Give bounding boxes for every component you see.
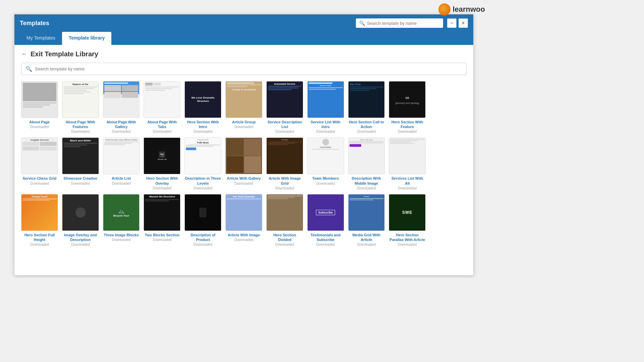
template-name-article-image: Article With Image [225,233,262,237]
template-name-article-list: Article List [103,176,140,181]
template-grid-row1: About Page Downloaded Nature of De About… [21,81,467,133]
template-card-service-list[interactable]: Service Spec Service List With Intro Dow… [307,81,344,133]
template-thumb-article-image: Sea Yacht Overview [225,194,262,231]
tab-my-templates[interactable]: My Templates [20,32,62,45]
template-card-image-overlay[interactable]: Image Overlay and Description Downloaded [62,194,99,246]
template-thumb-media-grid: Power [348,194,385,231]
template-card-desc-three[interactable]: Newsworthin Folk News Description in Thr… [184,137,221,190]
template-name-article-gallery: Article With Gallery [225,176,262,181]
exit-header: ← Exit Template Library [21,50,467,58]
tab-template-library[interactable]: Template library [62,32,111,45]
template-name-hero-feature: Hero Section With Feature [389,120,426,129]
template-thumb-three-image: 🚲 Bicycle Tour [103,194,140,231]
header-right: 🔍 − × [356,18,468,28]
template-thumb-hero-intro: We Love Dramatic Structure [184,81,221,118]
template-card-article-image-grid[interactable]: Art Mus Article With Image Grid Download… [266,137,303,190]
template-thumb-orange: Orange Count [21,194,58,231]
template-name-desc-three: Description in Three Levels [184,176,221,186]
brand-logo [438,3,450,15]
template-status-team: Downloaded [307,182,344,185]
template-card-three-image[interactable]: 🚲 Bicycle Tour Three Image Blocks Downlo… [103,194,140,246]
template-name-showcase: Showcase Creative [62,176,99,181]
template-card-about-tabs[interactable]: Overvie About Page With Tabs Downloaded [144,81,180,133]
template-card-hero-overlay[interactable]: 📷 Visual Lan Hero Section With Overlay D… [144,137,180,190]
template-thumb-team: Linda Mullen [307,137,344,174]
template-status-media-grid: Downloaded [348,243,385,246]
template-card-article-gallery[interactable]: Article With Gallery Downloaded [225,137,262,190]
template-card-article-group[interactable]: A Guide To Introduction Article Group Do… [225,81,262,133]
template-thumb-hero-feature: ∞ geometry and topology [389,81,426,118]
template-card-desc-product[interactable]: Description of Product Downloaded [184,194,221,246]
template-card-service-chess[interactable]: Imagible Services Service Chess Grid Dow… [21,137,58,190]
template-card-testimonials[interactable]: Subscribe Testimonials and Subscribe Dow… [307,194,344,246]
brand-area: learnwoo [438,3,485,15]
template-card-service-desc[interactable]: Automated Service Service Description Li… [266,81,303,133]
template-card-article-image[interactable]: Sea Yacht Overview Article With Image Do… [225,194,262,246]
template-card-hero-divided[interactable]: Hero Section Divided Downloaded [266,194,303,246]
template-thumb-about-tabs: Overvie [144,81,180,118]
template-status-testimonials: Downloaded [307,243,344,246]
exit-back-arrow[interactable]: ← [21,51,27,58]
template-card-media-grid[interactable]: Power Media Grid With Article Downloaded [348,194,385,246]
template-status-hero-overlay: Downloaded [144,186,180,190]
template-status-article-image: Downloaded [225,238,262,242]
template-card-two-blocks[interactable]: Massive Wo Structures Two Blocks Section… [144,194,180,246]
template-card-hero-parallax[interactable]: SWE Hero Section Parallax With Article D… [389,194,426,246]
template-card-team[interactable]: Linda Mullen Team Members Downloaded [307,137,344,190]
template-status-orange: Downloaded [21,243,58,246]
template-status-article-list: Downloaded [103,182,140,185]
template-card-hero-feature[interactable]: ∞ geometry and topology Hero Section Wit… [389,81,426,133]
template-name-image-overlay: Image Overlay and Description [62,233,99,242]
template-thumb-hero-overlay: 📷 Visual Lan [144,137,180,174]
template-thumb-article-list: News through many different media [103,137,140,174]
template-name-hero-intro: Hero Section With Intro [184,120,221,129]
template-thumb-about-features: Nature of De [62,81,99,118]
template-name-about-features: About Page With Features [62,120,99,129]
template-card-orange[interactable]: Orange Count Hero Section Full Height Do… [21,194,58,246]
close-button[interactable]: × [459,18,468,28]
content-search-box[interactable]: 🔍 [21,63,467,75]
template-name-three-image: Three Image Blocks [103,233,140,237]
template-thumb-service-chess: Imagible Services [21,137,58,174]
template-thumb-article-image-grid: Art Mus [266,137,303,174]
templates-window: Templates 🔍 − × My Templates Template li… [14,14,474,276]
header-search-input[interactable] [367,21,440,26]
tab-bar: My Templates Template library [14,32,473,45]
content-search-icon: 🔍 [25,66,32,72]
template-name-media-grid: Media Grid With Article [348,233,385,242]
window-controls: − × [447,18,468,28]
template-thumb-service-desc: Automated Service [266,81,303,118]
header-search-box[interactable]: 🔍 [356,18,443,28]
template-name-about-gallery: About Page With Gallery [103,120,140,129]
template-status-service-desc: Downloaded [266,130,303,133]
template-status-about-tabs: Downloaded [144,130,180,133]
template-status-showcase: Downloaded [62,182,99,185]
template-name-service-desc: Service Description List [266,120,303,129]
template-card-showcase[interactable]: Black and White Showcase Creative Downlo… [62,137,99,190]
template-card-about-page[interactable]: About Page Downloaded [21,81,58,133]
template-status-about-page: Downloaded [21,125,58,129]
template-status-article-group: Downloaded [225,125,262,129]
content-search-input[interactable] [35,66,462,71]
template-status-about-features: Downloaded [62,130,99,133]
template-thumb-showcase: Black and White [62,137,99,174]
template-thumb-article-gallery [225,137,262,174]
template-card-hero-cta[interactable]: The Pow Hero Section Call to Action Down… [348,81,385,133]
minimize-button[interactable]: − [447,18,457,28]
template-thumb-service-list: Service Spec [307,81,344,118]
template-status-desc-product: Downloaded [184,243,221,246]
template-card-about-gallery[interactable]: About Page With Gallery Downloaded [103,81,140,133]
template-status-hero-intro: Downloaded [184,130,221,133]
template-card-desc-middle[interactable]: New York City Description With Middle Im… [348,137,385,190]
template-thumb-desc-three: Newsworthin Folk News [184,137,221,174]
template-grid-row3: Orange Count Hero Section Full Height Do… [21,194,467,246]
template-name-article-image-grid: Article With Image Grid [266,176,303,186]
template-name-hero-parallax: Hero Section Parallax With Article [389,233,426,242]
template-name-article-group: Article Group [225,120,262,124]
template-status-desc-middle: Downloaded [348,186,385,190]
template-card-about-features[interactable]: Nature of De About Page With Features Do… [62,81,99,133]
template-card-hero-intro[interactable]: We Love Dramatic Structure Hero Section … [184,81,221,133]
template-card-services-all[interactable]: Services List With All Downloaded [389,137,426,190]
template-card-article-list[interactable]: News through many different media Articl… [103,137,140,190]
window-title: Templates [20,20,49,27]
